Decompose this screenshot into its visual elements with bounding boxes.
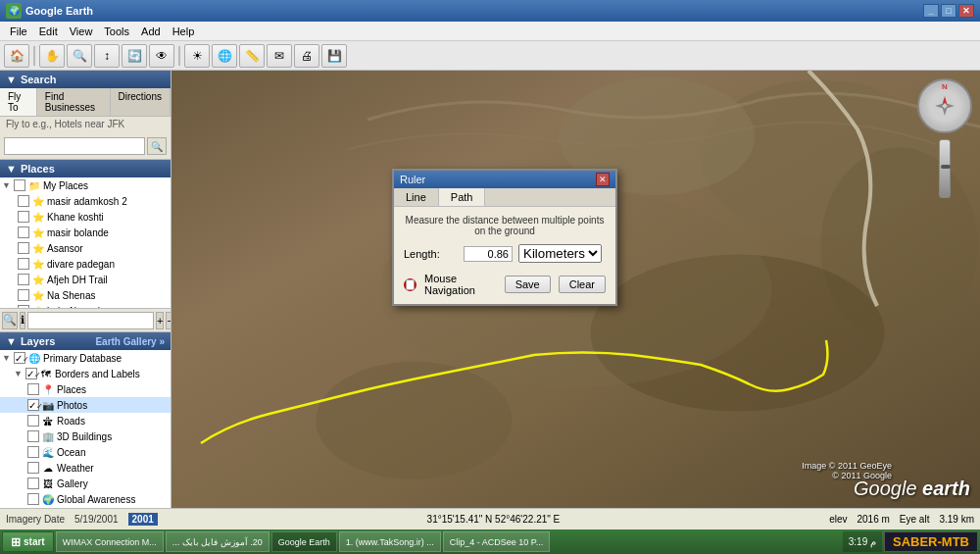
zoom-slider[interactable] xyxy=(939,139,951,198)
places-remove-btn[interactable]: − xyxy=(166,312,171,329)
tree-checkbox[interactable] xyxy=(27,478,39,489)
minimize-button[interactable]: _ xyxy=(923,4,939,18)
toolbar-save[interactable]: 💾 xyxy=(321,44,347,68)
tree-checkbox[interactable] xyxy=(18,258,29,270)
eye-alt-label: Eye alt xyxy=(900,514,930,525)
toolbar-planet[interactable]: 🌐 xyxy=(212,44,237,68)
list-item[interactable]: ➕ More xyxy=(0,507,171,508)
toolbar-ruler[interactable]: 📏 xyxy=(239,44,265,68)
tree-item-label: Na Shenas xyxy=(47,290,95,301)
tree-checkbox[interactable] xyxy=(27,493,39,505)
toolbar-sep1 xyxy=(33,46,35,66)
ruler-mouse-nav-checkbox[interactable] xyxy=(404,278,416,291)
list-item[interactable]: ▼ ✓ 🗺 Borders and Labels xyxy=(0,366,171,381)
ruler-mouse-nav-label: Mouse Navigation xyxy=(424,273,497,296)
tree-checkbox[interactable]: ✓ xyxy=(25,368,37,379)
list-item[interactable]: 🌍 Global Awareness xyxy=(0,491,171,507)
list-item[interactable]: ⭐ divare padegan xyxy=(0,256,171,272)
toolbar-sun[interactable]: ☀ xyxy=(184,44,210,68)
start-button[interactable]: ⊞ start xyxy=(2,531,54,552)
tree-item-label: masir bolande xyxy=(47,227,109,238)
list-item[interactable]: 🛣 Roads xyxy=(0,413,171,428)
ruler-description: Measure the distance between multiple po… xyxy=(404,215,606,236)
menu-file[interactable]: File xyxy=(4,24,33,39)
list-item[interactable]: ⭐ masir bolande xyxy=(0,225,171,240)
tree-checkbox[interactable] xyxy=(18,274,29,285)
list-item[interactable]: ⭐ Khane koshti xyxy=(0,209,171,225)
toolbar-magnify[interactable]: 🔍 xyxy=(67,44,92,68)
ruler-clear-button[interactable]: Clear xyxy=(559,276,606,293)
earth-gallery-link[interactable]: Earth Gallery » xyxy=(95,336,165,347)
menu-tools[interactable]: Tools xyxy=(98,24,135,39)
ruler-body: Measure the distance between multiple po… xyxy=(394,207,615,304)
toolbar-print[interactable]: 🖨 xyxy=(294,44,319,68)
ruler-unit-select[interactable]: Kilometers Miles Feet Meters xyxy=(518,244,602,263)
close-button[interactable]: ✕ xyxy=(958,4,974,18)
list-item[interactable]: ⭐ Na Shenas xyxy=(0,287,171,303)
taskbar-acdsee[interactable]: Clip_4 - ACDSee 10 P... xyxy=(443,531,550,552)
search-input[interactable] xyxy=(4,137,145,155)
places-add-btn[interactable]: + xyxy=(156,312,164,329)
menu-add[interactable]: Add xyxy=(135,24,167,39)
taskbar-taksong[interactable]: 1. (www.TakSong.ir) ... xyxy=(339,531,441,552)
list-item[interactable]: 🌊 Ocean xyxy=(0,444,171,460)
places-arrow: ▼ xyxy=(6,163,17,175)
taskbar-wimax[interactable]: WIMAX Connection M... xyxy=(56,531,164,552)
tree-checkbox[interactable] xyxy=(18,195,29,207)
tree-checkbox[interactable] xyxy=(18,242,29,254)
list-item[interactable]: 📍 Places xyxy=(0,381,171,397)
tree-checkbox[interactable] xyxy=(14,179,25,191)
taskbar-learning[interactable]: 20. آموزش فایل بایک ... xyxy=(166,531,270,552)
ruler-save-button[interactable]: Save xyxy=(505,276,551,293)
saber-mtb-logo: SABER-MTB xyxy=(884,531,978,552)
tree-checkbox[interactable] xyxy=(27,462,39,474)
maximize-button[interactable]: □ xyxy=(941,4,956,18)
list-item[interactable]: ⭐ Asansor xyxy=(0,240,171,256)
tree-checkbox[interactable] xyxy=(18,227,29,238)
tree-checkbox[interactable] xyxy=(18,211,29,223)
search-go-button[interactable]: 🔍 xyxy=(147,137,167,155)
taskbar-google-earth[interactable]: Google Earth xyxy=(271,531,337,552)
tree-checkbox[interactable]: ✓ xyxy=(27,399,39,411)
places-info-btn[interactable]: ℹ xyxy=(20,312,25,329)
map-area[interactable]: N Image © 2011 GeoEye © 2011 Google Goog… xyxy=(172,71,980,508)
list-item[interactable]: ▼ ✓ 🌐 Primary Database xyxy=(0,350,171,366)
tree-checkbox[interactable] xyxy=(27,383,39,395)
taskbar: ⊞ start WIMAX Connection M... 20. آموزش … xyxy=(0,529,980,554)
places-search-input[interactable] xyxy=(27,312,154,329)
toolbar-rotate[interactable]: 🔄 xyxy=(122,44,147,68)
places-zoom-btn[interactable]: 🔍 xyxy=(2,312,18,329)
toolbar-move[interactable]: ↕ xyxy=(94,44,120,68)
ruler-length-input[interactable] xyxy=(464,246,513,262)
ruler-close-button[interactable]: ✕ xyxy=(596,173,610,186)
ruler-tab-path[interactable]: Path xyxy=(439,188,486,206)
list-item[interactable]: ☁ Weather xyxy=(0,460,171,476)
tab-fly-to[interactable]: Fly To xyxy=(0,88,37,116)
list-item[interactable]: 🖼 Gallery xyxy=(0,476,171,491)
list-item[interactable]: ⭐ Afjeh DH Trail xyxy=(0,272,171,287)
menu-view[interactable]: View xyxy=(64,24,99,39)
toolbar-email[interactable]: ✉ xyxy=(267,44,292,68)
menu-help[interactable]: Help xyxy=(167,24,201,39)
tree-checkbox[interactable] xyxy=(27,415,39,427)
list-item[interactable]: ▼ 📁 My Places xyxy=(0,177,171,193)
toolbar-street[interactable]: 👁 xyxy=(149,44,174,68)
tree-checkbox[interactable]: ✓ xyxy=(14,352,25,364)
places-header: ▼ Places xyxy=(0,160,171,177)
tree-checkbox[interactable] xyxy=(27,446,39,458)
ruler-title: Ruler xyxy=(400,174,425,185)
list-item[interactable]: ✓ 📷 Photos xyxy=(0,397,171,413)
toolbar-hand[interactable]: ✋ xyxy=(39,44,65,68)
list-item[interactable]: 🏢 3D Buildings xyxy=(0,428,171,444)
tab-directions[interactable]: Directions xyxy=(111,88,171,116)
menu-edit[interactable]: Edit xyxy=(33,24,64,39)
tree-checkbox[interactable] xyxy=(27,430,39,442)
list-item[interactable]: ⭐ masir adamkosh 2 xyxy=(0,193,171,209)
awareness-icon: 🌍 xyxy=(41,492,55,506)
tab-find-businesses[interactable]: Find Businesses xyxy=(37,88,111,116)
tree-checkbox[interactable] xyxy=(18,289,29,301)
toolbar-home[interactable]: 🏠 xyxy=(4,44,29,68)
ruler-tab-line[interactable]: Line xyxy=(394,188,439,206)
compass-ring[interactable]: N xyxy=(917,78,972,133)
coordinates: 31°15'15.41" N 52°46'22.21" E xyxy=(168,514,819,525)
